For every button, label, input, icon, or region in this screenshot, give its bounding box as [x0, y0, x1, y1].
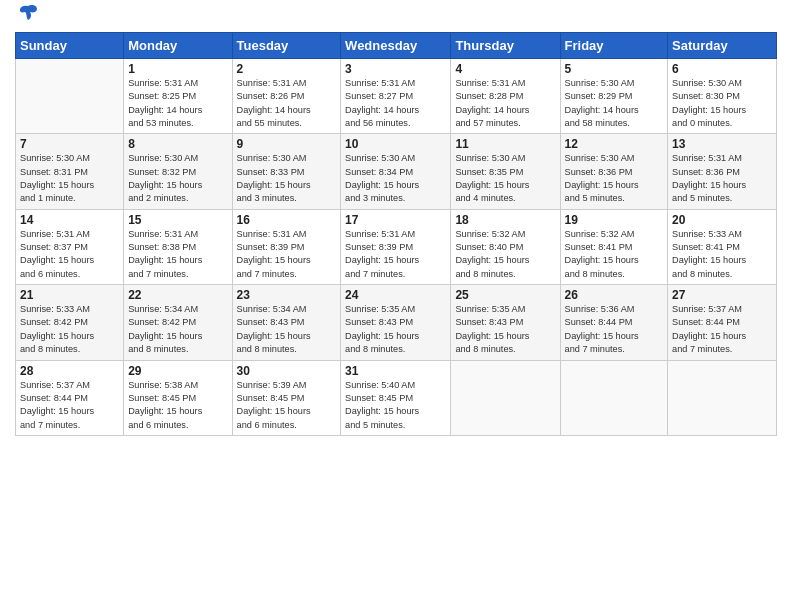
day-number: 4	[455, 62, 555, 76]
day-number: 19	[565, 213, 664, 227]
day-number: 10	[345, 137, 446, 151]
day-info: Sunrise: 5:31 AM Sunset: 8:38 PM Dayligh…	[128, 228, 227, 281]
calendar-cell: 4Sunrise: 5:31 AM Sunset: 8:28 PM Daylig…	[451, 59, 560, 134]
calendar-cell: 28Sunrise: 5:37 AM Sunset: 8:44 PM Dayli…	[16, 360, 124, 435]
day-info: Sunrise: 5:31 AM Sunset: 8:25 PM Dayligh…	[128, 77, 227, 130]
day-number: 30	[237, 364, 337, 378]
calendar-cell: 11Sunrise: 5:30 AM Sunset: 8:35 PM Dayli…	[451, 134, 560, 209]
calendar-cell: 17Sunrise: 5:31 AM Sunset: 8:39 PM Dayli…	[341, 209, 451, 284]
day-number: 2	[237, 62, 337, 76]
calendar-cell: 24Sunrise: 5:35 AM Sunset: 8:43 PM Dayli…	[341, 285, 451, 360]
day-info: Sunrise: 5:30 AM Sunset: 8:33 PM Dayligh…	[237, 152, 337, 205]
weekday-header-sunday: Sunday	[16, 33, 124, 59]
day-number: 18	[455, 213, 555, 227]
calendar-cell: 6Sunrise: 5:30 AM Sunset: 8:30 PM Daylig…	[668, 59, 777, 134]
day-info: Sunrise: 5:31 AM Sunset: 8:28 PM Dayligh…	[455, 77, 555, 130]
calendar-cell: 26Sunrise: 5:36 AM Sunset: 8:44 PM Dayli…	[560, 285, 668, 360]
calendar: SundayMondayTuesdayWednesdayThursdayFrid…	[15, 32, 777, 436]
day-info: Sunrise: 5:32 AM Sunset: 8:41 PM Dayligh…	[565, 228, 664, 281]
day-info: Sunrise: 5:31 AM Sunset: 8:37 PM Dayligh…	[20, 228, 119, 281]
calendar-cell: 31Sunrise: 5:40 AM Sunset: 8:45 PM Dayli…	[341, 360, 451, 435]
day-number: 1	[128, 62, 227, 76]
day-info: Sunrise: 5:33 AM Sunset: 8:41 PM Dayligh…	[672, 228, 772, 281]
day-info: Sunrise: 5:31 AM Sunset: 8:36 PM Dayligh…	[672, 152, 772, 205]
day-info: Sunrise: 5:30 AM Sunset: 8:32 PM Dayligh…	[128, 152, 227, 205]
weekday-header-thursday: Thursday	[451, 33, 560, 59]
weekday-header-friday: Friday	[560, 33, 668, 59]
day-info: Sunrise: 5:33 AM Sunset: 8:42 PM Dayligh…	[20, 303, 119, 356]
day-info: Sunrise: 5:37 AM Sunset: 8:44 PM Dayligh…	[20, 379, 119, 432]
day-info: Sunrise: 5:34 AM Sunset: 8:43 PM Dayligh…	[237, 303, 337, 356]
day-info: Sunrise: 5:35 AM Sunset: 8:43 PM Dayligh…	[455, 303, 555, 356]
calendar-cell: 25Sunrise: 5:35 AM Sunset: 8:43 PM Dayli…	[451, 285, 560, 360]
day-number: 22	[128, 288, 227, 302]
day-info: Sunrise: 5:30 AM Sunset: 8:30 PM Dayligh…	[672, 77, 772, 130]
calendar-week-3: 14Sunrise: 5:31 AM Sunset: 8:37 PM Dayli…	[16, 209, 777, 284]
weekday-header-saturday: Saturday	[668, 33, 777, 59]
day-number: 3	[345, 62, 446, 76]
day-info: Sunrise: 5:35 AM Sunset: 8:43 PM Dayligh…	[345, 303, 446, 356]
calendar-cell: 12Sunrise: 5:30 AM Sunset: 8:36 PM Dayli…	[560, 134, 668, 209]
day-number: 7	[20, 137, 119, 151]
calendar-cell: 29Sunrise: 5:38 AM Sunset: 8:45 PM Dayli…	[124, 360, 232, 435]
calendar-cell: 8Sunrise: 5:30 AM Sunset: 8:32 PM Daylig…	[124, 134, 232, 209]
calendar-cell: 9Sunrise: 5:30 AM Sunset: 8:33 PM Daylig…	[232, 134, 341, 209]
day-number: 15	[128, 213, 227, 227]
weekday-header-wednesday: Wednesday	[341, 33, 451, 59]
calendar-cell	[16, 59, 124, 134]
day-number: 14	[20, 213, 119, 227]
calendar-cell: 14Sunrise: 5:31 AM Sunset: 8:37 PM Dayli…	[16, 209, 124, 284]
calendar-cell: 15Sunrise: 5:31 AM Sunset: 8:38 PM Dayli…	[124, 209, 232, 284]
day-number: 27	[672, 288, 772, 302]
day-number: 17	[345, 213, 446, 227]
day-number: 28	[20, 364, 119, 378]
day-number: 9	[237, 137, 337, 151]
weekday-header-monday: Monday	[124, 33, 232, 59]
day-number: 31	[345, 364, 446, 378]
calendar-cell: 20Sunrise: 5:33 AM Sunset: 8:41 PM Dayli…	[668, 209, 777, 284]
day-number: 25	[455, 288, 555, 302]
calendar-cell: 7Sunrise: 5:30 AM Sunset: 8:31 PM Daylig…	[16, 134, 124, 209]
header	[15, 10, 777, 24]
day-number: 11	[455, 137, 555, 151]
calendar-cell: 22Sunrise: 5:34 AM Sunset: 8:42 PM Dayli…	[124, 285, 232, 360]
day-number: 8	[128, 137, 227, 151]
day-info: Sunrise: 5:30 AM Sunset: 8:34 PM Dayligh…	[345, 152, 446, 205]
calendar-week-4: 21Sunrise: 5:33 AM Sunset: 8:42 PM Dayli…	[16, 285, 777, 360]
calendar-cell: 13Sunrise: 5:31 AM Sunset: 8:36 PM Dayli…	[668, 134, 777, 209]
page: SundayMondayTuesdayWednesdayThursdayFrid…	[0, 0, 792, 451]
day-info: Sunrise: 5:31 AM Sunset: 8:26 PM Dayligh…	[237, 77, 337, 130]
day-number: 6	[672, 62, 772, 76]
calendar-cell	[668, 360, 777, 435]
day-info: Sunrise: 5:30 AM Sunset: 8:36 PM Dayligh…	[565, 152, 664, 205]
day-info: Sunrise: 5:31 AM Sunset: 8:39 PM Dayligh…	[345, 228, 446, 281]
day-info: Sunrise: 5:36 AM Sunset: 8:44 PM Dayligh…	[565, 303, 664, 356]
day-number: 21	[20, 288, 119, 302]
day-info: Sunrise: 5:40 AM Sunset: 8:45 PM Dayligh…	[345, 379, 446, 432]
day-number: 26	[565, 288, 664, 302]
day-number: 16	[237, 213, 337, 227]
calendar-cell: 5Sunrise: 5:30 AM Sunset: 8:29 PM Daylig…	[560, 59, 668, 134]
calendar-cell: 10Sunrise: 5:30 AM Sunset: 8:34 PM Dayli…	[341, 134, 451, 209]
day-info: Sunrise: 5:30 AM Sunset: 8:35 PM Dayligh…	[455, 152, 555, 205]
calendar-cell: 30Sunrise: 5:39 AM Sunset: 8:45 PM Dayli…	[232, 360, 341, 435]
day-number: 20	[672, 213, 772, 227]
calendar-week-1: 1Sunrise: 5:31 AM Sunset: 8:25 PM Daylig…	[16, 59, 777, 134]
day-number: 24	[345, 288, 446, 302]
day-info: Sunrise: 5:32 AM Sunset: 8:40 PM Dayligh…	[455, 228, 555, 281]
calendar-cell: 19Sunrise: 5:32 AM Sunset: 8:41 PM Dayli…	[560, 209, 668, 284]
calendar-cell: 1Sunrise: 5:31 AM Sunset: 8:25 PM Daylig…	[124, 59, 232, 134]
weekday-header-tuesday: Tuesday	[232, 33, 341, 59]
day-info: Sunrise: 5:39 AM Sunset: 8:45 PM Dayligh…	[237, 379, 337, 432]
calendar-cell: 3Sunrise: 5:31 AM Sunset: 8:27 PM Daylig…	[341, 59, 451, 134]
calendar-cell: 18Sunrise: 5:32 AM Sunset: 8:40 PM Dayli…	[451, 209, 560, 284]
day-info: Sunrise: 5:38 AM Sunset: 8:45 PM Dayligh…	[128, 379, 227, 432]
calendar-week-5: 28Sunrise: 5:37 AM Sunset: 8:44 PM Dayli…	[16, 360, 777, 435]
calendar-header: SundayMondayTuesdayWednesdayThursdayFrid…	[16, 33, 777, 59]
calendar-cell: 2Sunrise: 5:31 AM Sunset: 8:26 PM Daylig…	[232, 59, 341, 134]
calendar-cell: 27Sunrise: 5:37 AM Sunset: 8:44 PM Dayli…	[668, 285, 777, 360]
logo	[15, 10, 39, 24]
day-number: 23	[237, 288, 337, 302]
logo-bird-icon	[17, 2, 39, 24]
weekday-row: SundayMondayTuesdayWednesdayThursdayFrid…	[16, 33, 777, 59]
